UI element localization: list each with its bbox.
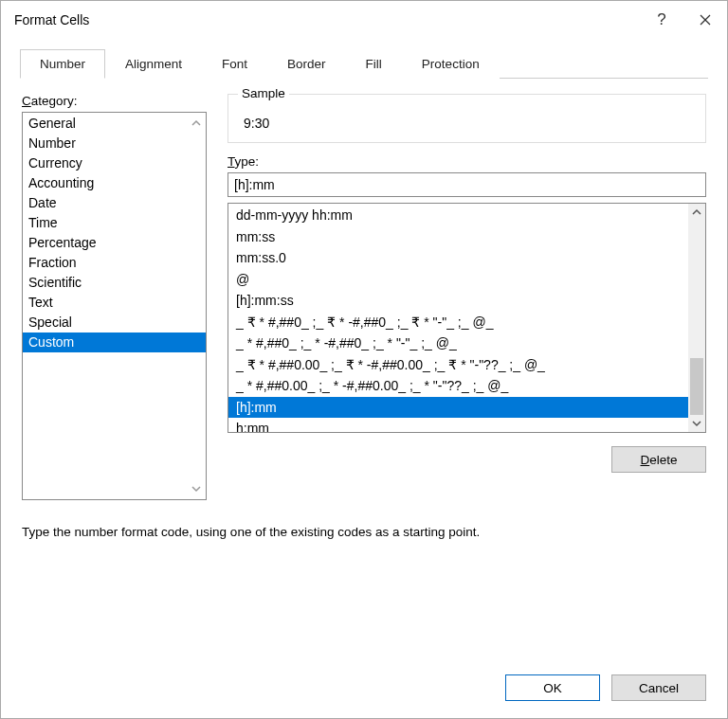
format-item[interactable]: _ ₹ * #,##0.00_ ;_ ₹ * -#,##0.00_ ;_ ₹ *… bbox=[228, 354, 705, 376]
format-item[interactable]: _ * #,##0_ ;_ * -#,##0_ ;_ * "-"_ ;_ @_ bbox=[228, 333, 705, 354]
help-button[interactable]: ? bbox=[640, 1, 683, 39]
format-item[interactable]: mm:ss bbox=[228, 226, 705, 248]
scroll-down-button[interactable] bbox=[688, 415, 705, 432]
sample-group: Sample 9:30 bbox=[228, 94, 706, 143]
category-item[interactable]: Number bbox=[23, 134, 206, 153]
scroll-up-button[interactable] bbox=[688, 204, 705, 221]
tab-font[interactable]: Font bbox=[202, 49, 267, 79]
tab-alignment[interactable]: Alignment bbox=[105, 49, 202, 79]
close-icon bbox=[700, 14, 711, 26]
category-item[interactable]: Currency bbox=[23, 153, 206, 173]
sample-value: 9:30 bbox=[242, 116, 692, 131]
category-item[interactable]: Special bbox=[23, 313, 206, 333]
sample-label: Sample bbox=[238, 86, 289, 100]
cancel-button[interactable]: Cancel bbox=[611, 674, 706, 701]
category-item[interactable]: Scientific bbox=[23, 273, 206, 293]
tab-fill[interactable]: Fill bbox=[346, 49, 402, 79]
format-item[interactable]: h:mm bbox=[228, 418, 705, 433]
category-item[interactable]: Accounting bbox=[23, 173, 206, 193]
scroll-up-button[interactable] bbox=[189, 115, 204, 132]
titlebar: Format Cells ? bbox=[1, 1, 727, 39]
category-item[interactable]: Text bbox=[23, 293, 206, 313]
category-item[interactable]: Custom bbox=[23, 333, 206, 352]
chevron-down-icon bbox=[692, 419, 701, 428]
format-item[interactable]: _ ₹ * #,##0_ ;_ ₹ * -#,##0_ ;_ ₹ * "-"_ … bbox=[228, 312, 705, 333]
dialog-footer: OK Cancel bbox=[1, 661, 727, 718]
tab-border[interactable]: Border bbox=[267, 49, 346, 79]
delete-button[interactable]: Delete bbox=[611, 446, 706, 473]
type-input[interactable] bbox=[228, 172, 706, 197]
type-label: Type: bbox=[228, 154, 706, 169]
category-item[interactable]: Time bbox=[23, 213, 206, 233]
dialog-body: Category: GeneralNumberCurrencyAccountin… bbox=[1, 79, 727, 661]
category-label: Category: bbox=[22, 94, 207, 108]
format-item[interactable]: [h]:mm bbox=[228, 397, 705, 419]
category-item[interactable]: Fraction bbox=[23, 253, 206, 273]
scrollbar-track[interactable] bbox=[688, 221, 705, 415]
category-item[interactable]: Date bbox=[23, 193, 206, 213]
format-item[interactable]: [h]:mm:ss bbox=[228, 290, 705, 312]
format-cells-dialog: Format Cells ? NumberAlignmentFontBorder… bbox=[0, 0, 728, 719]
category-listbox[interactable]: GeneralNumberCurrencyAccountingDateTimeP… bbox=[22, 112, 207, 500]
category-item[interactable]: Percentage bbox=[23, 233, 206, 253]
tabs: NumberAlignmentFontBorderFillProtection bbox=[20, 48, 708, 79]
format-item[interactable]: _ * #,##0.00_ ;_ * -#,##0.00_ ;_ * "-"??… bbox=[228, 375, 705, 397]
close-button[interactable] bbox=[683, 1, 727, 39]
scroll-down-button[interactable] bbox=[189, 480, 204, 497]
chevron-up-icon bbox=[191, 118, 201, 128]
chevron-up-icon bbox=[692, 207, 701, 217]
right-column: Sample 9:30 Type: dd-mm-yyyy hh:mmmm:ssm… bbox=[228, 94, 706, 500]
format-item[interactable]: @ bbox=[228, 269, 705, 291]
format-listbox[interactable]: dd-mm-yyyy hh:mmmm:ssmm:ss.0@[h]:mm:ss_ … bbox=[228, 203, 706, 433]
help-text: Type the number format code, using one o… bbox=[22, 525, 706, 539]
scrollbar[interactable] bbox=[688, 204, 705, 432]
format-item[interactable]: dd-mm-yyyy hh:mm bbox=[228, 205, 705, 226]
dialog-title: Format Cells bbox=[14, 12, 640, 27]
format-item[interactable]: mm:ss.0 bbox=[228, 247, 705, 269]
category-item[interactable]: General bbox=[23, 114, 206, 134]
scrollbar-thumb[interactable] bbox=[690, 358, 703, 415]
tab-protection[interactable]: Protection bbox=[402, 49, 500, 79]
chevron-down-icon bbox=[191, 484, 201, 494]
category-column: Category: GeneralNumberCurrencyAccountin… bbox=[22, 94, 207, 500]
ok-button[interactable]: OK bbox=[505, 674, 600, 701]
tab-number[interactable]: Number bbox=[20, 49, 105, 79]
